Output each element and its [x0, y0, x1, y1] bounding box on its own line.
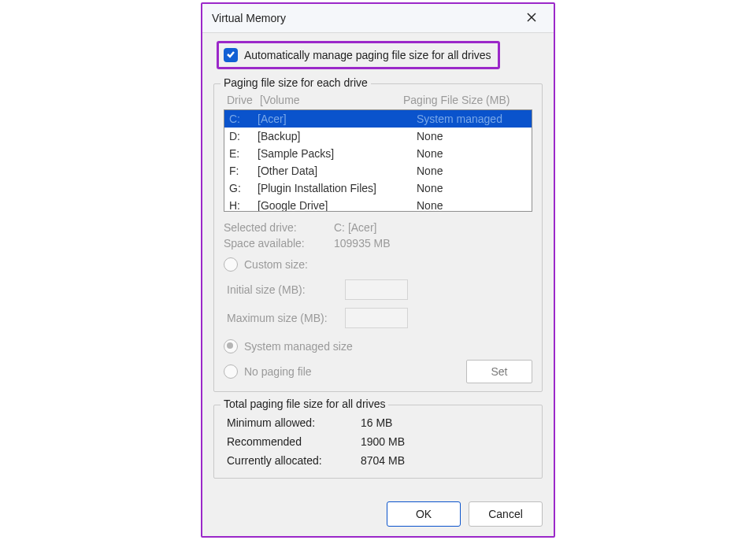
paging-per-drive-group: Paging file size for each drive Drive [V…: [213, 83, 543, 392]
auto-manage-checkbox[interactable]: [224, 48, 238, 62]
drive-list-headers: Drive [Volume Paging File Size (MB): [224, 92, 532, 109]
header-volume: [Volume: [260, 94, 403, 106]
drive-letter: H:: [229, 198, 258, 212]
drive-paging-size: System managed: [417, 111, 527, 127]
currently-allocated-value: 8704 MB: [361, 454, 405, 467]
recommended-value: 1900 MB: [361, 435, 405, 448]
close-icon: [527, 12, 536, 24]
min-allowed-value: 16 MB: [361, 416, 392, 429]
titlebar: Virtual Memory: [202, 4, 554, 33]
window-title: Virtual Memory: [212, 12, 516, 24]
drive-paging-size: None: [417, 146, 527, 161]
drive-volume: [Sample Packs]: [258, 146, 417, 161]
no-paging-radio-row[interactable]: No paging file: [224, 364, 466, 379]
no-paging-radio[interactable]: [224, 364, 238, 379]
header-size: Paging File Size (MB): [403, 94, 529, 106]
set-button[interactable]: Set: [466, 360, 532, 383]
dialog-footer: OK Cancel: [202, 494, 554, 536]
drive-list[interactable]: C:[Acer]System managedD:[Backup]NoneE:[S…: [224, 109, 532, 212]
drive-letter: D:: [229, 128, 258, 144]
drive-row[interactable]: G:[Plugin Installation Files]None: [224, 179, 532, 197]
drive-volume: [Google Drive]: [258, 198, 417, 212]
system-managed-radio-row[interactable]: System managed size: [224, 339, 532, 353]
drive-paging-size: None: [417, 163, 527, 179]
selected-drive-label: Selected drive:: [224, 221, 334, 234]
virtual-memory-dialog: Virtual Memory Automatically manage pagi…: [201, 2, 555, 538]
auto-manage-label: Automatically manage paging file size fo…: [244, 49, 491, 61]
drive-letter: E:: [229, 146, 258, 161]
maximum-size-input[interactable]: [345, 308, 408, 328]
initial-size-input[interactable]: [345, 279, 408, 300]
drive-row[interactable]: C:[Acer]System managed: [224, 110, 532, 128]
ok-button[interactable]: OK: [387, 501, 461, 527]
drive-paging-size: None: [417, 180, 527, 196]
drive-row[interactable]: H:[Google Drive]None: [224, 197, 532, 212]
auto-manage-highlight: Automatically manage paging file size fo…: [217, 41, 500, 69]
currently-allocated-label: Currently allocated:: [227, 454, 361, 467]
header-drive: Drive: [227, 94, 260, 106]
drive-paging-size: None: [417, 128, 527, 144]
drive-paging-size: None: [417, 198, 527, 212]
drive-letter: C:: [229, 111, 258, 127]
custom-size-label: Custom size:: [244, 258, 308, 271]
system-managed-label: System managed size: [244, 340, 353, 353]
check-icon: [226, 49, 235, 61]
drive-row[interactable]: D:[Backup]None: [224, 128, 532, 145]
drive-letter: F:: [229, 163, 258, 179]
system-managed-radio[interactable]: [224, 339, 238, 353]
drive-volume: [Acer]: [258, 111, 417, 127]
maximum-size-label: Maximum size (MB):: [227, 312, 345, 324]
drive-row[interactable]: F:[Other Data]None: [224, 162, 532, 179]
drive-volume: [Backup]: [258, 128, 417, 144]
cancel-button[interactable]: Cancel: [469, 501, 543, 527]
space-available-value: 109935 MB: [334, 237, 391, 250]
drive-volume: [Plugin Installation Files]: [258, 180, 417, 196]
totals-legend: Total paging file size for all drives: [220, 398, 388, 410]
close-button[interactable]: [516, 7, 547, 29]
totals-group: Total paging file size for all drives Mi…: [213, 405, 543, 479]
drive-letter: G:: [229, 180, 258, 196]
group-legend: Paging file size for each drive: [220, 76, 371, 89]
drive-row[interactable]: E:[Sample Packs]None: [224, 145, 532, 162]
selected-drive-value: C: [Acer]: [334, 221, 376, 234]
initial-size-label: Initial size (MB):: [227, 283, 345, 296]
drive-volume: [Other Data]: [258, 163, 417, 179]
no-paging-label: No paging file: [244, 365, 312, 378]
space-available-label: Space available:: [224, 237, 334, 250]
custom-size-radio[interactable]: [224, 257, 238, 272]
min-allowed-label: Minimum allowed:: [227, 416, 361, 429]
recommended-label: Recommended: [227, 435, 361, 448]
custom-size-radio-row[interactable]: Custom size:: [224, 257, 532, 272]
